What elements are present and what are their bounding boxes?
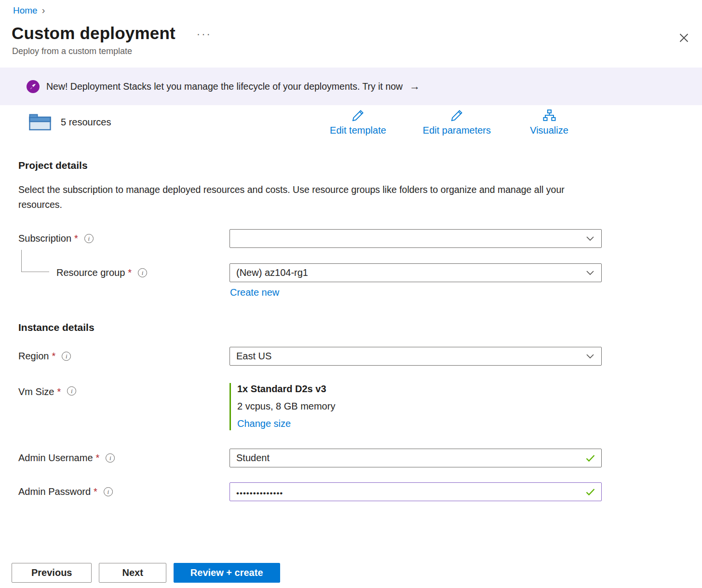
resource-count: 5 resources: [61, 117, 111, 128]
admin-username-value: Student: [236, 452, 270, 464]
breadcrumb: Home ›: [0, 0, 702, 16]
instance-details-heading: Instance details: [18, 322, 702, 333]
admin-password-input[interactable]: ••••••••••••••: [230, 482, 602, 501]
admin-password-value: ••••••••••••••: [236, 486, 283, 498]
banner-message: New! Deployment Stacks let you manage th…: [46, 81, 403, 92]
resource-group-value: (New) az104-rg1: [236, 267, 308, 278]
close-icon[interactable]: [677, 31, 690, 44]
edit-parameters-button[interactable]: Edit parameters: [423, 109, 491, 136]
project-details-heading: Project details: [18, 160, 702, 171]
admin-password-label: Admin Password: [18, 486, 91, 497]
required-asterisk: *: [128, 267, 132, 278]
previous-button[interactable]: Previous: [12, 563, 92, 583]
region-value: East US: [236, 351, 271, 362]
info-icon[interactable]: [104, 487, 113, 496]
template-info: 5 resources: [29, 114, 111, 131]
info-icon[interactable]: [67, 386, 76, 396]
required-asterisk: *: [52, 351, 55, 362]
info-icon[interactable]: [62, 352, 71, 361]
info-icon[interactable]: [138, 268, 147, 277]
edit-template-button[interactable]: Edit template: [330, 109, 386, 136]
custom-deployment-page: Home › Custom deployment ··· Deploy from…: [0, 0, 702, 588]
required-asterisk: *: [94, 486, 97, 497]
region-row: Region * East US: [18, 347, 702, 366]
pencil-icon: [351, 109, 365, 124]
chevron-down-icon: [586, 354, 594, 359]
resource-group-control: (New) az104-rg1 Create new: [230, 263, 602, 298]
resource-group-label: Resource group: [56, 267, 125, 278]
vm-size-specs: 2 vcpus, 8 GB memory: [237, 401, 602, 412]
admin-username-label-group: Admin Username *: [18, 449, 230, 467]
project-form: Subscription * Resource group *: [0, 229, 702, 298]
pencil-icon: [449, 109, 464, 124]
chevron-down-icon: [586, 236, 594, 241]
template-actions: Edit template Edit parameters Visua: [330, 109, 571, 136]
subscription-control: [230, 229, 602, 248]
info-icon[interactable]: [106, 453, 115, 463]
info-icon[interactable]: [84, 234, 94, 243]
vm-size-summary: 1x Standard D2s v3 2 vcpus, 8 GB memory …: [230, 383, 602, 430]
chevron-down-icon: [586, 271, 594, 275]
visualize-icon: [542, 109, 557, 124]
region-select[interactable]: East US: [230, 347, 602, 366]
subscription-select[interactable]: [230, 229, 602, 248]
admin-username-row: Admin Username * Student: [18, 449, 702, 467]
resource-group-row: Resource group * (New) az104-rg1 Create …: [18, 263, 702, 298]
valid-check-icon: [586, 488, 595, 495]
template-bar: 5 resources Edit template Edit parameter…: [0, 109, 702, 136]
announcement-banner[interactable]: New! Deployment Stacks let you manage th…: [0, 68, 702, 105]
subscription-label-group: Subscription *: [18, 229, 230, 248]
region-label: Region: [18, 351, 49, 362]
visualize-label: Visualize: [530, 125, 568, 136]
required-asterisk: *: [96, 452, 100, 464]
more-menu-button[interactable]: ···: [197, 26, 212, 41]
visualize-button[interactable]: Visualize: [527, 109, 571, 136]
vm-size-control: 1x Standard D2s v3 2 vcpus, 8 GB memory …: [230, 383, 602, 430]
subscription-connector-line: [21, 250, 49, 272]
page-subtitle: Deploy from a custom template: [12, 46, 702, 56]
admin-password-row: Admin Password * ••••••••••••••: [18, 482, 702, 501]
page-title: Custom deployment: [12, 24, 176, 43]
subscription-row: Subscription *: [18, 229, 702, 248]
vm-size-label: Vm Size: [18, 386, 54, 397]
create-new-link[interactable]: Create new: [230, 287, 279, 298]
edit-template-label: Edit template: [330, 125, 386, 136]
vm-size-title: 1x Standard D2s v3: [237, 383, 602, 395]
rocket-icon: [27, 80, 40, 93]
admin-password-label-group: Admin Password *: [18, 482, 230, 501]
admin-username-label: Admin Username: [18, 452, 93, 464]
valid-check-icon: [586, 454, 595, 462]
review-create-button[interactable]: Review + create: [174, 563, 280, 583]
admin-username-control: Student: [230, 449, 602, 467]
edit-parameters-label: Edit parameters: [423, 125, 491, 136]
breadcrumb-chevron-icon: ›: [42, 5, 45, 16]
vm-size-row: Vm Size * 1x Standard D2s v3 2 vcpus, 8 …: [18, 383, 702, 430]
next-button[interactable]: Next: [99, 563, 166, 583]
title-row: Custom deployment ···: [12, 24, 690, 43]
resource-group-label-group: Resource group *: [18, 263, 230, 282]
template-icon: [29, 114, 52, 131]
subscription-label: Subscription: [18, 233, 71, 244]
arrow-right-icon[interactable]: →: [409, 80, 420, 93]
region-control: East US: [230, 347, 602, 366]
required-asterisk: *: [57, 386, 61, 397]
region-label-group: Region *: [18, 347, 230, 366]
admin-password-control: ••••••••••••••: [230, 482, 602, 501]
breadcrumb-home-link[interactable]: Home: [13, 5, 38, 16]
required-asterisk: *: [74, 233, 78, 244]
footer-actions: Previous Next Review + create: [12, 563, 280, 583]
instance-form: Region * East US Vm Size *: [0, 347, 702, 501]
vm-size-label-group: Vm Size *: [18, 383, 230, 402]
project-details-description: Select the subscription to manage deploy…: [18, 182, 578, 212]
change-size-link[interactable]: Change size: [237, 418, 291, 429]
resource-group-select[interactable]: (New) az104-rg1: [230, 263, 602, 282]
admin-username-input[interactable]: Student: [230, 449, 602, 467]
